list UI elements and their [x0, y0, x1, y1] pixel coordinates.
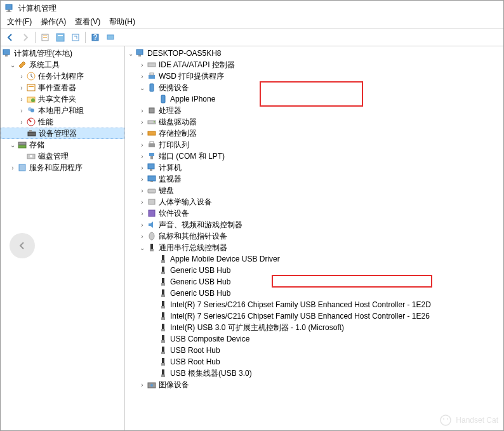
svg-rect-53 [150, 249, 154, 251]
device-hub[interactable]: Generic USB Hub [125, 265, 503, 276]
tree-label: 键盘 [159, 185, 174, 196]
menu-file[interactable]: 文件(F) [3, 15, 36, 29]
device-storage-ctrl[interactable]: ›存储控制器 [125, 128, 503, 139]
expand-icon[interactable]: › [138, 220, 147, 229]
device-processor[interactable]: ›处理器 [125, 105, 503, 116]
show-button[interactable] [103, 30, 117, 44]
expand-icon[interactable]: › [138, 140, 147, 149]
properties-button[interactable] [38, 30, 52, 44]
device-root[interactable]: ⌄ DESKTOP-OAS5KH8 [125, 48, 503, 59]
right-tree-pane[interactable]: ⌄ DESKTOP-OAS5KH8 ›IDE ATA/ATAPI 控制器 ›WS… [125, 46, 503, 430]
usb-device-icon [158, 254, 168, 264]
tree-root[interactable]: 计算机管理(本地) [1, 48, 124, 59]
expand-icon[interactable]: › [138, 175, 147, 183]
expand-icon[interactable]: › [138, 152, 147, 161]
collapse-icon[interactable]: ⌄ [126, 49, 135, 58]
device-keyboard[interactable]: ›键盘 [125, 185, 503, 196]
tree-shared-folders[interactable]: › 共享文件夹 [1, 93, 124, 105]
collapse-icon[interactable]: ⌄ [8, 140, 17, 149]
svg-point-77 [150, 384, 153, 387]
tree-storage[interactable]: ⌄ 存储 [1, 139, 124, 150]
back-circle-button[interactable] [10, 233, 35, 258]
device-image[interactable]: ›图像设备 [125, 379, 503, 390]
tree-label: 人体学输入设备 [159, 197, 212, 208]
expand-icon[interactable]: › [17, 117, 26, 126]
device-intel-usb[interactable]: Intel(R) 7 Series/C216 Chipset Family US… [125, 310, 503, 322]
menu-view[interactable]: 查看(V) [71, 15, 104, 29]
device-computer[interactable]: ›计算机 [125, 162, 503, 173]
tree-label: 软件设备 [159, 208, 189, 219]
camera-icon [147, 380, 157, 390]
svg-rect-65 [161, 317, 165, 320]
tree-performance[interactable]: › 性能 [1, 116, 124, 128]
expand-icon[interactable]: › [138, 60, 147, 69]
expand-icon[interactable]: › [138, 197, 147, 206]
device-monitor[interactable]: ›监视器 [125, 173, 503, 185]
svg-rect-50 [149, 210, 155, 216]
device-portable[interactable]: ⌄便携设备 [125, 82, 503, 93]
tree-services[interactable]: › 服务和应用程序 [1, 162, 124, 173]
device-print-queue[interactable]: ›打印队列 [125, 139, 503, 150]
expand-icon[interactable]: › [138, 186, 147, 195]
tree-system-tools[interactable]: ⌄ 系统工具 [1, 59, 124, 70]
device-disk-drives[interactable]: ›磁盘驱动器 [125, 116, 503, 128]
expand-icon[interactable]: › [138, 163, 147, 172]
device-composite[interactable]: USB Composite Device [125, 333, 503, 345]
svg-rect-29 [136, 50, 143, 55]
device-hub[interactable]: Generic USB Hub [125, 276, 503, 288]
expand-icon[interactable]: › [17, 72, 26, 81]
expand-icon[interactable]: › [138, 209, 147, 218]
tree-event-viewer[interactable]: › 事件查看器 [1, 82, 124, 93]
title-bar: 计算机管理 [1, 1, 503, 16]
device-wsd[interactable]: ›WSD 打印提供程序 [125, 70, 503, 82]
tree-local-users[interactable]: › 本地用户和组 [1, 105, 124, 116]
svg-rect-47 [150, 181, 153, 182]
expand-icon[interactable]: › [17, 106, 26, 115]
collapse-icon[interactable]: ⌄ [138, 243, 147, 252]
device-root-hub[interactable]: USB Root Hub [125, 356, 503, 368]
device-usb-ctrl[interactable]: ⌄通用串行总线控制器 [125, 242, 503, 253]
collapse-icon[interactable]: ⌄ [138, 83, 147, 92]
help-button[interactable]: ? [88, 30, 102, 44]
tree-label: 图像设备 [159, 380, 189, 390]
expand-icon[interactable]: › [17, 83, 26, 92]
svg-point-18 [31, 98, 35, 102]
device-root-hub[interactable]: USB 根集线器(USB 3.0) [125, 368, 503, 379]
device-root-hub[interactable]: USB Root Hub [125, 345, 503, 356]
separator [85, 32, 86, 43]
tree-task-scheduler[interactable]: › 任务计划程序 [1, 70, 124, 82]
tree-label: 磁盘驱动器 [159, 117, 197, 128]
expand-icon[interactable]: › [138, 117, 147, 126]
device-ports[interactable]: ›端口 (COM 和 LPT) [125, 150, 503, 162]
svg-rect-49 [149, 199, 155, 204]
device-apple-usb[interactable]: Apple Mobile Device USB Driver [125, 253, 503, 265]
back-button[interactable] [3, 30, 17, 44]
refresh-button[interactable] [69, 30, 83, 44]
expand-icon[interactable]: › [138, 72, 147, 81]
device-sound[interactable]: ›声音、视频和游戏控制器 [125, 219, 503, 230]
collapse-icon[interactable]: ⌄ [8, 60, 17, 69]
expand-icon[interactable]: › [8, 163, 17, 172]
tree-disk-mgmt[interactable]: 磁盘管理 [1, 150, 124, 162]
menu-help[interactable]: 帮助(H) [105, 15, 139, 29]
usb-device-icon [158, 368, 168, 378]
usb-device-icon [158, 265, 168, 275]
device-mouse[interactable]: ›鼠标和其他指针设备 [125, 230, 503, 242]
device-apple-iphone[interactable]: Apple iPhone [125, 93, 503, 105]
device-hid[interactable]: ›人体学输入设备 [125, 196, 503, 208]
device-intel-usb[interactable]: Intel(R) 7 Series/C216 Chipset Family US… [125, 299, 503, 310]
tree-label: USB Composite Device [170, 335, 249, 343]
tree-device-manager[interactable]: 设备管理器 [1, 128, 124, 139]
device-software[interactable]: ›软件设备 [125, 208, 503, 219]
menu-action[interactable]: 操作(A) [37, 15, 70, 29]
details-button[interactable] [53, 30, 67, 44]
expand-icon[interactable]: › [17, 95, 26, 103]
forward-button[interactable] [18, 30, 32, 44]
expand-icon[interactable]: › [138, 380, 147, 389]
expand-icon[interactable]: › [138, 106, 147, 115]
device-hub[interactable]: Generic USB Hub [125, 288, 503, 299]
device-ide[interactable]: ›IDE ATA/ATAPI 控制器 [125, 59, 503, 70]
device-intel-usb[interactable]: Intel(R) USB 3.0 可扩展主机控制器 - 1.0 (Microso… [125, 322, 503, 333]
expand-icon[interactable]: › [138, 232, 147, 241]
expand-icon[interactable]: › [138, 129, 147, 138]
